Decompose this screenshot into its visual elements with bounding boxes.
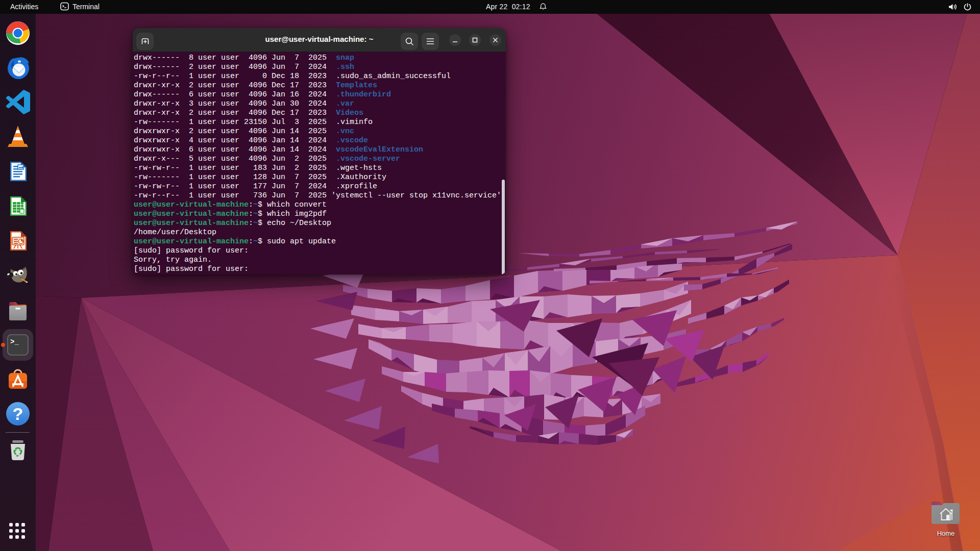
svg-text:>_: >_ — [10, 338, 19, 346]
svg-text:?: ? — [13, 404, 23, 423]
